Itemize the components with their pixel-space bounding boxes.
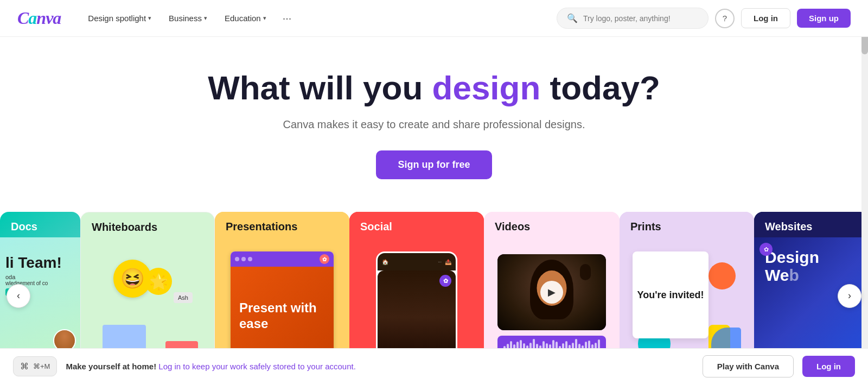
signup-free-button[interactable]: Sign up for free xyxy=(376,150,492,179)
prints-text: You're invited! xyxy=(637,289,704,301)
bottom-message-link[interactable]: Log in to keep your work safely stored t… xyxy=(158,362,356,371)
search-icon: 🔍 xyxy=(567,13,578,23)
help-button[interactable]: ? xyxy=(715,9,735,28)
search-input[interactable] xyxy=(583,14,698,23)
nav-business[interactable]: Business ▾ xyxy=(161,9,215,27)
card-presentations-label: Presentations xyxy=(215,212,349,237)
hero-section: What will you design today? Canva makes … xyxy=(0,37,868,201)
card-whiteboards-label: Whiteboards xyxy=(81,212,214,238)
bottom-bar: ⌘ ⌘+M Make yourself at home! Log in to k… xyxy=(0,348,868,380)
nav-design-spotlight[interactable]: Design spotlight ▾ xyxy=(80,9,159,27)
emoji-star-icon: 🌟 xyxy=(145,268,172,295)
chevron-down-icon: ▾ xyxy=(263,15,266,22)
canva-logo-websites: ✿ xyxy=(760,243,773,256)
nav-education[interactable]: Education ▾ xyxy=(217,9,274,27)
header-right: 🔍 ? Log in Sign up xyxy=(557,8,851,29)
card-docs-label: Docs xyxy=(0,212,80,237)
pres-main-text: Present with ease xyxy=(239,300,325,332)
login-button[interactable]: Log in xyxy=(741,8,790,28)
search-bar[interactable]: 🔍 xyxy=(557,8,709,29)
docs-hi-text: li Team! xyxy=(0,254,80,272)
pres-top-bar: ✿ xyxy=(231,251,334,267)
chevron-down-icon: ▾ xyxy=(204,15,207,22)
bottom-message: Make yourself at home! Log in to keep yo… xyxy=(66,362,693,371)
login-bar-button[interactable]: Log in xyxy=(802,356,855,377)
canva-logo-icon: ✿ xyxy=(439,275,451,287)
card-prints-label: Prints xyxy=(620,212,754,237)
chevron-right-icon: › xyxy=(848,290,851,301)
video-thumbnail: ▶ xyxy=(497,254,606,330)
pres-dot xyxy=(241,257,246,261)
websites-text: DesignWeb xyxy=(760,243,863,289)
scrollbar[interactable] xyxy=(861,0,868,380)
play-button[interactable]: ▶ xyxy=(540,281,563,304)
play-canva-button[interactable]: Play with Canva xyxy=(703,355,794,377)
cmd-badge: ⌘ ⌘+M xyxy=(13,356,57,376)
chevron-down-icon: ▾ xyxy=(148,15,151,22)
prints-card: You're invited! xyxy=(633,251,709,338)
header: Canva Design spotlight ▾ Business ▾ Educ… xyxy=(0,0,868,37)
name-tag: Ash xyxy=(174,292,193,303)
card-websites-label: Websites xyxy=(754,212,868,237)
chevron-left-icon: ‹ xyxy=(17,290,20,301)
signup-button[interactable]: Sign up xyxy=(797,9,851,28)
hero-title: What will you design today? xyxy=(11,70,857,106)
card-videos-label: Videos xyxy=(484,212,620,237)
nav-more[interactable]: ··· xyxy=(276,8,298,29)
card-social-label: Social xyxy=(349,212,484,237)
carousel-prev-button[interactable]: ‹ xyxy=(7,284,30,308)
cmd-icon: ⌘ xyxy=(20,361,29,372)
logo[interactable]: Canva xyxy=(17,8,61,28)
hero-subtitle: Canva makes it easy to create and share … xyxy=(11,118,857,131)
canva-badge: ✿ xyxy=(320,254,329,264)
pres-dot xyxy=(235,257,239,261)
carousel-next-button[interactable]: › xyxy=(838,284,861,308)
main-nav: Design spotlight ▾ Business ▾ Education … xyxy=(80,8,557,29)
pres-dot xyxy=(248,257,252,261)
